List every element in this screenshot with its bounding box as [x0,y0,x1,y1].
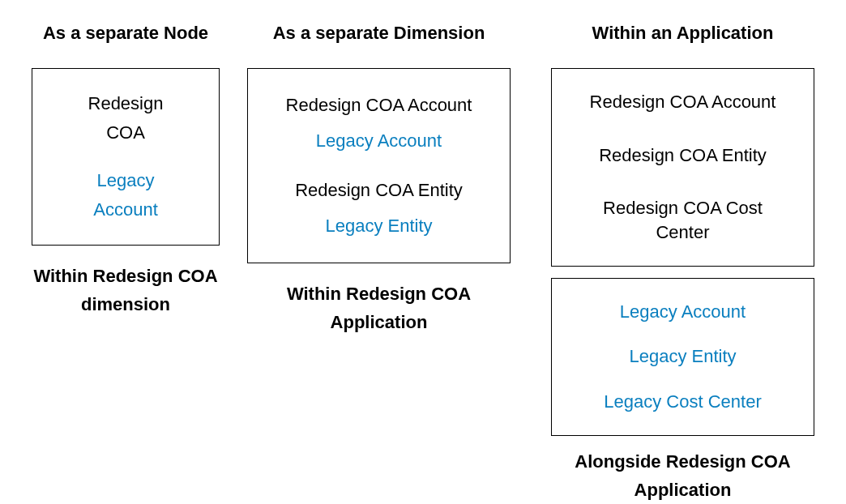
box-item-highlight: Legacy Entity [325,214,432,238]
item-group: Redesign COA Entity Legacy Entity [295,178,463,237]
box-item: Redesign COA Account [286,93,472,117]
column-header: As a separate Dimension [273,23,485,44]
box-item-highlight: Legacy Account [620,300,746,324]
box-caption: Within Redesign COA dimension [20,262,231,318]
item-group: Legacy Cost Center [604,390,761,414]
diagram-box: Redesign COA Account Legacy Account Rede… [247,68,511,263]
box-item-highlight: Legacy Entity [629,344,736,369]
item-group: Redesign COA Cost Center [578,196,788,244]
box-item: Redesign [88,92,164,116]
box-item: Redesign COA Entity [295,178,463,203]
item-group: Redesign COA Entity [599,143,767,168]
box-caption: Within Redesign COA Application [247,280,511,336]
item-group: Legacy Account [620,300,746,324]
item-group: Redesign COA Account Legacy Account [286,93,472,152]
diagram-box: Legacy Account Legacy Entity Legacy Cost… [551,278,814,436]
box-item: COA [106,121,145,145]
item-group: Redesign COA Account [590,90,776,114]
box-item: Redesign COA Account [590,90,776,114]
box-item-highlight: Legacy Cost Center [604,390,761,414]
diagram-box: Redesign COA Legacy Account [32,68,220,246]
box-caption: Alongside Redesign COA Application [551,447,814,504]
box-item-highlight: Account [93,198,158,222]
column-within-application: Within an Application Redesign COA Accou… [551,23,814,504]
column-header: Within an Application [592,23,774,44]
box-item: Redesign COA Cost Center [578,196,788,244]
item-group: Legacy Entity [629,344,736,369]
column-header: As a separate Node [43,23,208,44]
box-item: Redesign COA Entity [599,143,767,168]
column-separate-node: As a separate Node Redesign COA Legacy A… [20,23,231,318]
diagram-box: Redesign COA Account Redesign COA Entity… [551,68,814,267]
column-separate-dimension: As a separate Dimension Redesign COA Acc… [247,23,511,336]
box-item-highlight: Legacy Account [316,129,442,153]
box-item-highlight: Legacy [97,169,155,193]
